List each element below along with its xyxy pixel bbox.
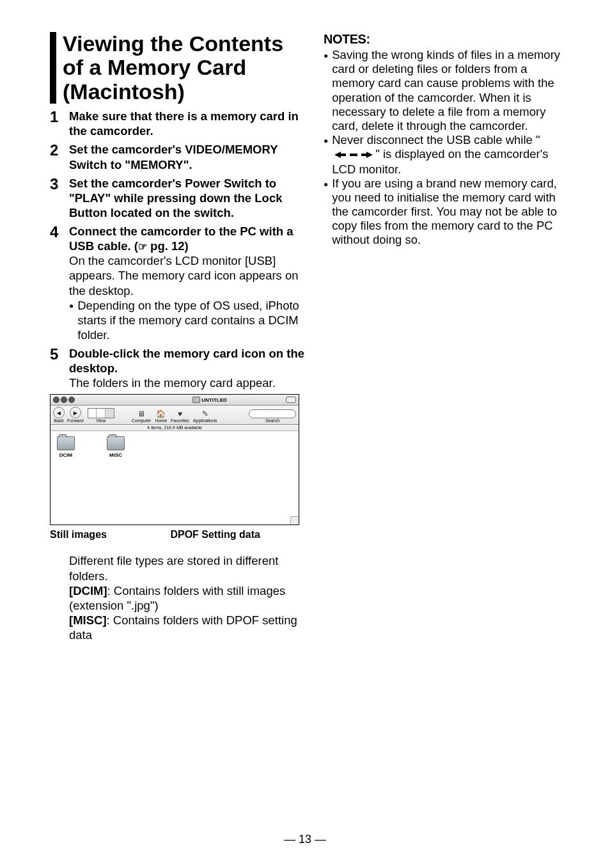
step-title-post: pg. 12) (147, 239, 189, 253)
finder-window: UNTITLED ◄ Back ► Forward (50, 394, 299, 525)
folder-icon (57, 436, 75, 450)
toolbar-label: Home (155, 418, 167, 423)
folder-label: MISC (109, 452, 122, 458)
step-5: 5 Double-click the memory card icon on t… (50, 346, 306, 390)
folder-icon (107, 436, 125, 450)
toolbar-label: Favorites (171, 418, 189, 423)
note-text: If you are using a brand new memory card… (332, 177, 572, 248)
note-item: Never disconnect the USB cable while " "… (324, 133, 572, 177)
step-1: 1 Make sure that there is a memory card … (50, 109, 306, 138)
bullet-text: Depending on the type of OS used, iPhoto… (77, 298, 306, 342)
note-text: Never disconnect the USB cable while " "… (332, 133, 572, 177)
folder-icon (192, 397, 200, 403)
step-title: Connect the camcorder to the PC with a U… (69, 225, 293, 253)
step-number: 3 (50, 176, 69, 220)
svg-marker-0 (334, 152, 346, 158)
step-4: 4 Connect the camcorder to the PC with a… (50, 224, 306, 342)
home-icon[interactable]: 🏠 (157, 409, 166, 418)
notes-heading: NOTES: (324, 32, 572, 47)
back-icon[interactable]: ◄ (53, 407, 65, 418)
folder-item-misc[interactable]: MISC (107, 436, 125, 458)
callout-still-images: Still images (50, 529, 151, 541)
step-title: Double-click the memory card icon on the… (69, 347, 304, 375)
window-minimize-icon[interactable] (61, 397, 67, 403)
step-description: The folders in the memory card appear. (69, 376, 276, 390)
finder-titlebar: UNTITLED (51, 395, 299, 406)
toolbar-label: Computer (132, 418, 152, 423)
computer-icon[interactable]: 🖥 (137, 409, 146, 418)
resize-handle-icon[interactable] (290, 516, 299, 525)
step-number: 5 (50, 346, 69, 390)
step-number: 4 (50, 224, 69, 342)
toolbar-label: Applications (193, 418, 217, 423)
step-number: 2 (50, 142, 69, 171)
window-close-icon[interactable] (53, 397, 59, 403)
forward-icon[interactable]: ► (70, 407, 81, 418)
toolbar-toggle-icon[interactable] (286, 397, 296, 403)
steps-list: 1 Make sure that there is a memory card … (50, 109, 306, 390)
finder-status: 4 items, 216.9 MB available (51, 425, 299, 431)
finder-toolbar: ◄ Back ► Forward View (51, 406, 299, 425)
finder-content: DCIM MISC (51, 431, 299, 525)
misc-label: [MISC] (69, 613, 107, 627)
toolbar-label: Back (54, 418, 64, 423)
callout-dpof: DPOF Setting data (151, 529, 299, 541)
toolbar-label: Search (265, 418, 279, 423)
step-title: Set the camcorder's Power Switch to "PLA… (69, 177, 282, 219)
view-switcher[interactable] (88, 408, 114, 418)
toolbar-label: Forward (67, 418, 84, 423)
finder-title: UNTITLED (201, 397, 227, 403)
notes-list: Saving the wrong kinds of files in a mem… (324, 48, 572, 248)
step-bullet: Depending on the type of OS used, iPhoto… (69, 298, 306, 342)
folder-label: DCIM (59, 452, 72, 458)
window-zoom-icon[interactable] (68, 397, 75, 403)
step-description: On the camcorder's LCD monitor [USB] app… (69, 254, 299, 297)
note-usb-pre: Never disconnect the USB cable while " (332, 133, 540, 146)
step-3: 3 Set the camcorder's Power Switch to "P… (50, 176, 306, 220)
folder-item-dcim[interactable]: DCIM (57, 436, 75, 458)
post-image-intro: Different file types are stored in diffe… (69, 554, 278, 582)
note-item: If you are using a brand new memory card… (324, 177, 572, 248)
step-2: 2 Set the camcorder's VIDEO/MEMORY Switc… (50, 142, 306, 171)
arrows-icon (334, 148, 373, 162)
note-item: Saving the wrong kinds of files in a mem… (324, 48, 572, 133)
note-text: Saving the wrong kinds of files in a mem… (332, 48, 572, 133)
svg-marker-2 (361, 152, 373, 158)
applications-icon[interactable]: ✎ (201, 409, 210, 418)
step-title: Make sure that there is a memory card in… (69, 109, 299, 138)
page-number: — 13 — (0, 833, 610, 846)
hand-point-icon: ☞ (138, 241, 147, 253)
dcim-label: [DCIM] (69, 584, 107, 597)
toolbar-label: View (96, 418, 106, 423)
favorites-icon[interactable]: ♥ (175, 409, 184, 418)
svg-rect-1 (350, 154, 357, 156)
step-number: 1 (50, 109, 69, 138)
step-title: Set the camcorder's VIDEO/MEMORY Switch … (69, 143, 278, 171)
search-input[interactable] (249, 409, 296, 418)
page-title: Viewing the Contents of a Memory Card (M… (50, 32, 306, 104)
